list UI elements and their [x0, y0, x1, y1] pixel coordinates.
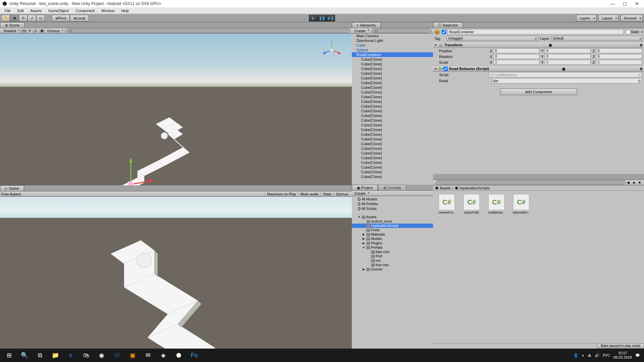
- transform-header[interactable]: ▼ Transform ▣ ⚙: [433, 42, 644, 48]
- game-gizmos-dropdown[interactable]: Gizmos: [333, 192, 350, 196]
- hierarchy-search[interactable]: [372, 28, 432, 33]
- tab-hierarchy[interactable]: ≡Hierarchy: [352, 22, 381, 28]
- tab-project[interactable]: ▣Project: [352, 185, 378, 190]
- hierarchy-item[interactable]: Cube(Clone): [352, 76, 433, 80]
- search-type-icon[interactable]: ◈: [631, 180, 637, 185]
- asset-item[interactable]: C#cameraFol...: [436, 194, 457, 214]
- minimize-button[interactable]: —: [610, 1, 615, 6]
- search-save-icon[interactable]: ★: [637, 180, 643, 185]
- tree-item[interactable]: ▶ Models: [352, 237, 433, 241]
- transform-settings-icon[interactable]: ⚙: [640, 43, 643, 47]
- menu-window[interactable]: Window: [98, 8, 118, 13]
- hierarchy-item[interactable]: Cube(Clone): [352, 66, 433, 71]
- hierarchy-item[interactable]: Cube(Clone): [352, 165, 433, 170]
- hierarchy-item[interactable]: Cube(Clone): [352, 123, 433, 127]
- roadbehavior-header[interactable]: ▼ C# Road Behavior (Script) ▣ ⚙: [433, 66, 644, 72]
- hierarchy-item[interactable]: Main Camera: [352, 34, 433, 38]
- menu-edit[interactable]: Edit: [14, 8, 27, 13]
- tree-item[interactable]: ▼ Assets: [352, 215, 433, 219]
- hierarchy-item[interactable]: Cube(Clone): [352, 62, 433, 66]
- roadbehavior-settings-icon[interactable]: ⚙: [640, 67, 643, 71]
- chrome-icon[interactable]: ◉: [94, 349, 109, 362]
- tree-item[interactable]: true cars: [352, 263, 433, 267]
- search-filter-icon[interactable]: ◆: [626, 180, 631, 185]
- gizmos-dropdown[interactable]: Gizmos: [45, 29, 65, 33]
- tree-item[interactable]: android_icons: [352, 219, 433, 224]
- play-button[interactable]: ▶: [309, 15, 318, 21]
- hierarchy-create-dropdown[interactable]: Create: [353, 29, 370, 33]
- scene-view[interactable]: y: [0, 34, 352, 185]
- store-icon[interactable]: 🛍: [78, 349, 94, 362]
- road-field[interactable]: Cube: [489, 78, 642, 83]
- tab-game[interactable]: ▷Game: [0, 185, 24, 191]
- tree-item[interactable]: Pref: [352, 254, 433, 258]
- scene-search[interactable]: [66, 28, 350, 33]
- account-dropdown[interactable]: Account: [621, 15, 643, 21]
- audio-toggle[interactable]: 🔊: [33, 28, 39, 33]
- tray-network-icon[interactable]: 🖧: [588, 353, 591, 357]
- maximize-button[interactable]: ◻: [623, 1, 627, 6]
- asset-item[interactable]: C#playerFalls: [461, 194, 482, 214]
- tab-console[interactable]: ▤Console: [378, 185, 406, 190]
- roadbehavior-help-icon[interactable]: ▣: [562, 67, 565, 71]
- scene-axis-gizmo[interactable]: y: [322, 40, 342, 60]
- layout-dropdown[interactable]: Layout: [598, 15, 619, 21]
- explorer-icon[interactable]: 📁: [48, 349, 63, 362]
- tray-language[interactable]: РУС: [603, 353, 610, 357]
- scale-y[interactable]: [545, 60, 591, 65]
- pivot-toggle[interactable]: ⊕ Pivot: [52, 15, 70, 21]
- favorite-item[interactable]: Q All Prefabs: [352, 201, 433, 206]
- tree-item[interactable]: ▶ Scenes: [352, 267, 433, 272]
- hierarchy-item[interactable]: Cube(Clone): [352, 160, 433, 165]
- hierarchy-item[interactable]: Cube: [352, 43, 433, 48]
- 2d-toggle[interactable]: 2D: [21, 29, 27, 33]
- asset-grid[interactable]: C#cameraFol...C#playerFallsC#roadBehav..…: [433, 191, 644, 343]
- tree-item[interactable]: res: [352, 258, 433, 263]
- gameobject-name-field[interactable]: [447, 29, 624, 35]
- hierarchy-item[interactable]: Cube(Clone): [352, 80, 433, 85]
- tray-chevron-icon[interactable]: ∧: [582, 353, 584, 358]
- transform-help-icon[interactable]: ▣: [549, 43, 552, 47]
- hierarchy-item[interactable]: Cube(Clone): [352, 170, 433, 174]
- tray-people-icon[interactable]: 👤: [574, 353, 578, 358]
- task-view-icon[interactable]: ⧉: [32, 349, 48, 362]
- photoshop-icon[interactable]: Ps: [186, 349, 202, 362]
- hierarchy-item[interactable]: Cube(Clone): [352, 151, 433, 156]
- tree-item[interactable]: ▶ Materials: [352, 232, 433, 237]
- position-z[interactable]: [596, 48, 642, 53]
- roadbehavior-enabled-checkbox[interactable]: [443, 67, 448, 71]
- rotate-tool[interactable]: ↻: [19, 15, 28, 21]
- hierarchy-item[interactable]: Cube(Clone): [352, 174, 433, 179]
- menu-assets[interactable]: Assets: [27, 8, 45, 13]
- position-x[interactable]: [493, 48, 539, 53]
- hierarchy-item[interactable]: Cube(Clone): [352, 132, 433, 137]
- shading-mode-dropdown[interactable]: Shaded: [1, 29, 21, 33]
- maximize-toggle[interactable]: Maximize on Play: [265, 192, 298, 196]
- favorite-item[interactable]: Q All Models: [352, 197, 433, 201]
- scale-z[interactable]: [596, 60, 642, 65]
- menu-help[interactable]: Help: [118, 8, 132, 13]
- hierarchy-item[interactable]: Cube(Clone): [352, 137, 433, 141]
- move-tool[interactable]: ✥: [10, 15, 19, 21]
- hierarchy-item[interactable]: RoadContainer: [352, 52, 433, 57]
- project-tree[interactable]: Q All ModelsQ All PrefabsQ All Scripts▼ …: [352, 196, 433, 349]
- step-button[interactable]: ▶❚: [326, 15, 335, 21]
- menu-file[interactable]: File: [1, 8, 14, 13]
- menu-gameobject[interactable]: GameObject: [45, 8, 72, 13]
- gameobject-active-checkbox[interactable]: [442, 30, 446, 34]
- hierarchy-item[interactable]: Cube(Clone): [352, 127, 433, 132]
- hierarchy-item[interactable]: Sphere: [352, 48, 433, 52]
- hierarchy-item[interactable]: Cube(Clone): [352, 146, 433, 151]
- hierarchy-item[interactable]: Cube(Clone): [352, 99, 433, 104]
- scale-tool[interactable]: ⤢: [28, 15, 36, 21]
- asset-item[interactable]: C#roadBehav...: [486, 194, 507, 214]
- game-view[interactable]: [0, 197, 352, 349]
- close-button[interactable]: ✕: [635, 1, 639, 6]
- layers-dropdown[interactable]: Layers: [576, 15, 596, 21]
- mail-icon[interactable]: ✉: [140, 349, 156, 362]
- aspect-dropdown[interactable]: Free Aspect: [1, 192, 21, 196]
- stats-toggle[interactable]: Stats: [321, 192, 333, 196]
- tree-item[interactable]: Fonts: [352, 228, 433, 232]
- hierarchy-item[interactable]: Cube(Clone): [352, 85, 433, 90]
- rotation-z[interactable]: [596, 54, 642, 59]
